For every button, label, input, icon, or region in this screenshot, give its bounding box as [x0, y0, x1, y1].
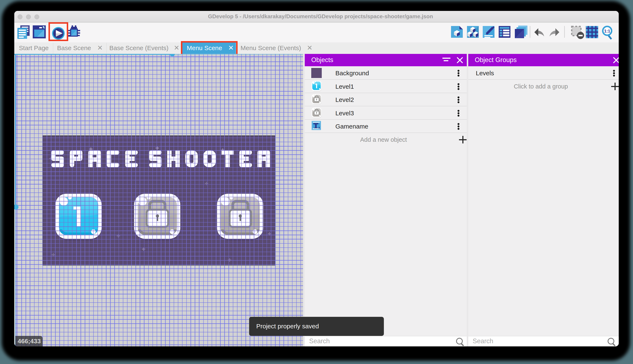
svg-text:1:1: 1:1 — [604, 29, 610, 33]
svg-text:x: x — [319, 126, 320, 129]
